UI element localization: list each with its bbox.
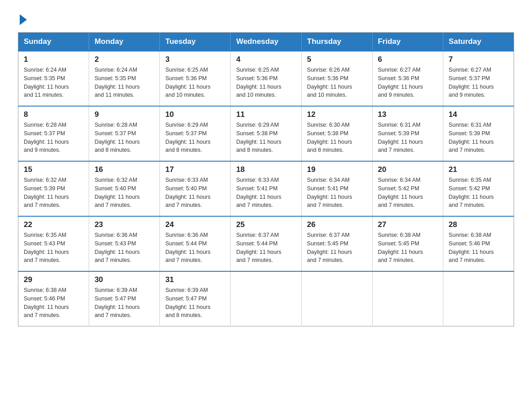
calendar-cell: 30 Sunrise: 6:39 AM Sunset: 5:47 PM Dayl… — [89, 271, 160, 326]
day-number: 10 — [165, 110, 225, 119]
day-number: 22 — [24, 220, 83, 229]
day-number: 26 — [307, 220, 367, 229]
calendar-cell: 4 Sunrise: 6:25 AM Sunset: 5:36 PM Dayli… — [231, 51, 301, 106]
day-info: Sunrise: 6:35 AM Sunset: 5:42 PM Dayligh… — [449, 176, 508, 210]
calendar-cell: 7 Sunrise: 6:27 AM Sunset: 5:37 PM Dayli… — [443, 51, 514, 106]
day-info: Sunrise: 6:37 AM Sunset: 5:44 PM Dayligh… — [236, 231, 296, 265]
logo-arrow-icon — [20, 14, 27, 25]
calendar-week-row: 22 Sunrise: 6:35 AM Sunset: 5:43 PM Dayl… — [18, 216, 514, 271]
col-header-friday: Friday — [372, 33, 443, 51]
calendar-week-row: 8 Sunrise: 6:28 AM Sunset: 5:37 PM Dayli… — [18, 106, 514, 161]
calendar-cell: 3 Sunrise: 6:25 AM Sunset: 5:36 PM Dayli… — [160, 51, 231, 106]
calendar-table: SundayMondayTuesdayWednesdayThursdayFrid… — [18, 32, 514, 326]
calendar-cell: 19 Sunrise: 6:34 AM Sunset: 5:41 PM Dayl… — [301, 161, 372, 216]
day-info: Sunrise: 6:35 AM Sunset: 5:43 PM Dayligh… — [24, 231, 83, 265]
day-info: Sunrise: 6:39 AM Sunset: 5:47 PM Dayligh… — [165, 286, 225, 320]
calendar-cell: 1 Sunrise: 6:24 AM Sunset: 5:35 PM Dayli… — [18, 51, 89, 106]
day-info: Sunrise: 6:32 AM Sunset: 5:40 PM Dayligh… — [94, 176, 154, 210]
day-info: Sunrise: 6:36 AM Sunset: 5:43 PM Dayligh… — [94, 231, 154, 265]
calendar-cell: 27 Sunrise: 6:38 AM Sunset: 5:45 PM Dayl… — [372, 216, 443, 271]
day-number: 16 — [94, 165, 154, 174]
col-header-thursday: Thursday — [301, 33, 372, 51]
calendar-cell — [231, 271, 301, 326]
day-info: Sunrise: 6:33 AM Sunset: 5:41 PM Dayligh… — [236, 176, 296, 210]
calendar-cell: 31 Sunrise: 6:39 AM Sunset: 5:47 PM Dayl… — [160, 271, 231, 326]
col-header-saturday: Saturday — [443, 33, 514, 51]
day-number: 5 — [307, 55, 367, 64]
day-info: Sunrise: 6:28 AM Sunset: 5:37 PM Dayligh… — [94, 121, 154, 154]
day-number: 4 — [236, 55, 296, 64]
day-info: Sunrise: 6:29 AM Sunset: 5:38 PM Dayligh… — [236, 121, 296, 154]
day-info: Sunrise: 6:25 AM Sunset: 5:36 PM Dayligh… — [165, 66, 225, 99]
day-info: Sunrise: 6:28 AM Sunset: 5:37 PM Dayligh… — [24, 121, 83, 154]
day-info: Sunrise: 6:38 AM Sunset: 5:45 PM Dayligh… — [378, 231, 438, 265]
calendar-cell: 18 Sunrise: 6:33 AM Sunset: 5:41 PM Dayl… — [231, 161, 301, 216]
day-info: Sunrise: 6:30 AM Sunset: 5:38 PM Dayligh… — [307, 121, 367, 154]
day-number: 1 — [24, 55, 83, 64]
day-number: 2 — [94, 55, 154, 64]
day-number: 20 — [378, 165, 438, 174]
logo — [18, 13, 27, 23]
calendar-week-row: 15 Sunrise: 6:32 AM Sunset: 5:39 PM Dayl… — [18, 161, 514, 216]
day-number: 31 — [165, 275, 225, 284]
calendar-cell: 17 Sunrise: 6:33 AM Sunset: 5:40 PM Dayl… — [160, 161, 231, 216]
calendar-week-row: 1 Sunrise: 6:24 AM Sunset: 5:35 PM Dayli… — [18, 51, 514, 106]
calendar-cell: 23 Sunrise: 6:36 AM Sunset: 5:43 PM Dayl… — [89, 216, 160, 271]
day-info: Sunrise: 6:31 AM Sunset: 5:39 PM Dayligh… — [378, 121, 438, 154]
day-info: Sunrise: 6:37 AM Sunset: 5:45 PM Dayligh… — [307, 231, 367, 265]
calendar-cell: 29 Sunrise: 6:38 AM Sunset: 5:46 PM Dayl… — [18, 271, 89, 326]
day-info: Sunrise: 6:33 AM Sunset: 5:40 PM Dayligh… — [165, 176, 225, 210]
calendar-cell — [443, 271, 514, 326]
day-info: Sunrise: 6:38 AM Sunset: 5:46 PM Dayligh… — [24, 286, 83, 320]
day-number: 21 — [449, 165, 508, 174]
col-header-tuesday: Tuesday — [160, 33, 231, 51]
day-number: 14 — [449, 110, 508, 119]
calendar-cell: 8 Sunrise: 6:28 AM Sunset: 5:37 PM Dayli… — [18, 106, 89, 161]
calendar-cell: 26 Sunrise: 6:37 AM Sunset: 5:45 PM Dayl… — [301, 216, 372, 271]
day-number: 17 — [165, 165, 225, 174]
calendar-cell: 24 Sunrise: 6:36 AM Sunset: 5:44 PM Dayl… — [160, 216, 231, 271]
day-number: 19 — [307, 165, 367, 174]
day-info: Sunrise: 6:24 AM Sunset: 5:35 PM Dayligh… — [24, 66, 83, 99]
calendar-cell: 14 Sunrise: 6:31 AM Sunset: 5:39 PM Dayl… — [443, 106, 514, 161]
day-info: Sunrise: 6:36 AM Sunset: 5:44 PM Dayligh… — [165, 231, 225, 265]
day-number: 12 — [307, 110, 367, 119]
calendar-cell: 5 Sunrise: 6:26 AM Sunset: 5:36 PM Dayli… — [301, 51, 372, 106]
day-info: Sunrise: 6:32 AM Sunset: 5:39 PM Dayligh… — [24, 176, 83, 210]
day-info: Sunrise: 6:29 AM Sunset: 5:37 PM Dayligh… — [165, 121, 225, 154]
day-number: 25 — [236, 220, 296, 229]
day-number: 13 — [378, 110, 438, 119]
day-info: Sunrise: 6:27 AM Sunset: 5:36 PM Dayligh… — [378, 66, 438, 99]
calendar-cell: 21 Sunrise: 6:35 AM Sunset: 5:42 PM Dayl… — [443, 161, 514, 216]
calendar-cell — [372, 271, 443, 326]
day-number: 7 — [449, 55, 508, 64]
calendar-cell: 15 Sunrise: 6:32 AM Sunset: 5:39 PM Dayl… — [18, 161, 89, 216]
day-number: 15 — [24, 165, 83, 174]
calendar-cell: 2 Sunrise: 6:24 AM Sunset: 5:35 PM Dayli… — [89, 51, 160, 106]
calendar-cell: 11 Sunrise: 6:29 AM Sunset: 5:38 PM Dayl… — [231, 106, 301, 161]
day-number: 3 — [165, 55, 225, 64]
calendar-cell — [301, 271, 372, 326]
day-number: 28 — [449, 220, 508, 229]
calendar-cell: 12 Sunrise: 6:30 AM Sunset: 5:38 PM Dayl… — [301, 106, 372, 161]
day-number: 9 — [94, 110, 154, 119]
day-number: 27 — [378, 220, 438, 229]
calendar-cell: 16 Sunrise: 6:32 AM Sunset: 5:40 PM Dayl… — [89, 161, 160, 216]
day-number: 18 — [236, 165, 296, 174]
day-info: Sunrise: 6:34 AM Sunset: 5:41 PM Dayligh… — [307, 176, 367, 210]
calendar-cell: 25 Sunrise: 6:37 AM Sunset: 5:44 PM Dayl… — [231, 216, 301, 271]
calendar-cell: 6 Sunrise: 6:27 AM Sunset: 5:36 PM Dayli… — [372, 51, 443, 106]
day-number: 29 — [24, 275, 83, 284]
day-info: Sunrise: 6:24 AM Sunset: 5:35 PM Dayligh… — [94, 66, 154, 99]
calendar-week-row: 29 Sunrise: 6:38 AM Sunset: 5:46 PM Dayl… — [18, 271, 514, 326]
calendar-cell: 22 Sunrise: 6:35 AM Sunset: 5:43 PM Dayl… — [18, 216, 89, 271]
day-info: Sunrise: 6:31 AM Sunset: 5:39 PM Dayligh… — [449, 121, 508, 154]
day-info: Sunrise: 6:34 AM Sunset: 5:42 PM Dayligh… — [378, 176, 438, 210]
day-number: 8 — [24, 110, 83, 119]
calendar-cell: 9 Sunrise: 6:28 AM Sunset: 5:37 PM Dayli… — [89, 106, 160, 161]
calendar-cell: 20 Sunrise: 6:34 AM Sunset: 5:42 PM Dayl… — [372, 161, 443, 216]
day-info: Sunrise: 6:27 AM Sunset: 5:37 PM Dayligh… — [449, 66, 508, 99]
col-header-wednesday: Wednesday — [231, 33, 301, 51]
calendar-cell: 10 Sunrise: 6:29 AM Sunset: 5:37 PM Dayl… — [160, 106, 231, 161]
day-info: Sunrise: 6:39 AM Sunset: 5:47 PM Dayligh… — [94, 286, 154, 320]
